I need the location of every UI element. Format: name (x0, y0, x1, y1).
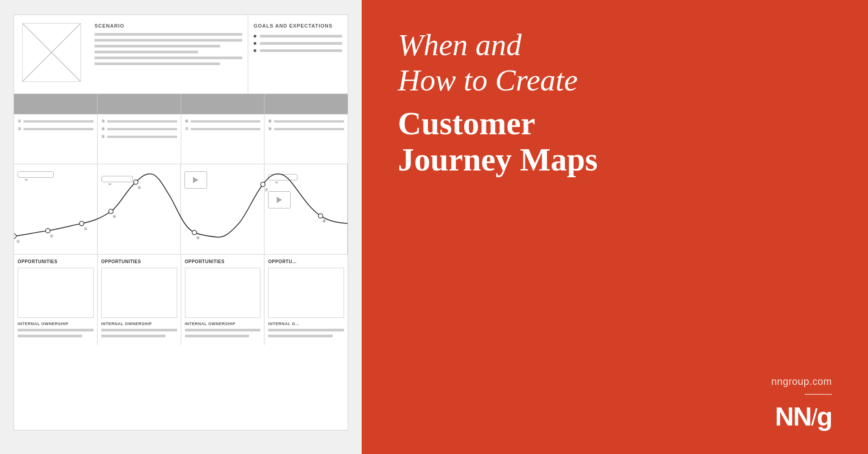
opp-internal-3: INTERNAL OWNERSHIP (185, 322, 261, 326)
opp-box-4 (268, 268, 344, 318)
opp-cell-1: OPPORTUNITIES INTERNAL OWNERSHIP (14, 255, 98, 345)
bottom-branding: nngroup.com NN/g (398, 376, 832, 431)
nn-text: NN (775, 402, 811, 431)
action-cell-1: ① ② (14, 114, 98, 164)
step-3: ③ (101, 119, 177, 123)
scenario-section: SCENARIO (89, 15, 248, 94)
play-icon-1 (193, 177, 198, 183)
opp-box-2 (101, 268, 177, 318)
opp-box-1 (18, 268, 94, 318)
headline-line1: When and (398, 27, 598, 62)
action-cell-2: ③ ④ ⑤ (98, 114, 181, 164)
divider-line (805, 394, 832, 395)
bullet-text (260, 35, 342, 38)
headline-bold2: Journey Maps (398, 142, 598, 178)
wireframe-stack: SCENARIO GOALS AND EXPECTATIONS (14, 14, 348, 440)
opp-internal-2: INTERNAL OWNERSHIP (101, 322, 177, 326)
bullet2 (254, 42, 342, 45)
step-7: ⑦ (185, 127, 261, 131)
left-panel: SCENARIO GOALS AND EXPECTATIONS (0, 0, 362, 454)
goals-title: GOALS AND EXPECTATIONS (254, 23, 342, 28)
action-cell-3: ⑥ ⑦ (181, 114, 265, 164)
headline: When and How to Create Customer Journey … (398, 27, 598, 376)
line6 (94, 62, 220, 65)
line5 (94, 57, 242, 59)
step-8: ⑧ (268, 119, 344, 123)
top-row: SCENARIO GOALS AND EXPECTATIONS (14, 15, 348, 94)
play-icon-2 (277, 197, 282, 203)
opp-cell-4: OPPORTU... INTERNAL O... (264, 255, 348, 345)
opp-internal-4: INTERNAL O... (268, 322, 344, 326)
bullet-text (260, 42, 342, 45)
g-text: g (817, 402, 832, 431)
scenario-title: SCENARIO (94, 23, 242, 28)
bullet-text (260, 49, 342, 52)
opportunities-row: OPPORTUNITIES INTERNAL OWNERSHIP OPPORTU… (14, 255, 348, 345)
image-placeholder (22, 23, 81, 82)
bullet-dot (254, 42, 256, 45)
step-5: ⑤ (101, 134, 177, 139)
line4 (94, 51, 198, 53)
opp-internal-1: INTERNAL OWNERSHIP (18, 322, 94, 326)
opp-cell-2: OPPORTUNITIES INTERNAL OWNERSHIP (98, 255, 181, 345)
emotion-cell-4 (264, 164, 348, 254)
line2 (94, 39, 242, 42)
emotion-cell-2 (98, 164, 181, 254)
slash: / (811, 404, 816, 430)
phase-cell-3 (181, 94, 265, 114)
phase-cell-4 (264, 94, 348, 114)
opp-box-3 (185, 268, 261, 318)
line3 (94, 45, 220, 47)
opp-title-3: OPPORTUNITIES (185, 259, 261, 264)
speech-bubble-2 (101, 176, 133, 182)
emotion-cell-1 (14, 164, 98, 254)
action-cell-4: ⑧ ⑨ (264, 114, 348, 164)
phase-cell-1 (14, 94, 98, 114)
opp-title-2: OPPORTUNITIES (101, 259, 177, 264)
emotion-cell-3 (181, 164, 264, 254)
sheet-main: SCENARIO GOALS AND EXPECTATIONS (14, 14, 348, 430)
phase-row (14, 94, 348, 114)
step-9: ⑨ (268, 127, 344, 131)
headline-bold1: Customer (398, 106, 598, 142)
phase-cell-2 (98, 94, 181, 114)
opp-title-1: OPPORTUNITIES (18, 259, 94, 264)
line1 (94, 33, 242, 36)
bullet-dot (254, 49, 256, 52)
play-button-1[interactable] (184, 171, 207, 189)
bullet3 (254, 49, 342, 52)
headline-line2: How to Create (398, 62, 598, 98)
nngroup-url: nngroup.com (771, 376, 832, 388)
speech-bubble-1 (18, 171, 54, 178)
bullet-dot (254, 35, 256, 38)
play-button-2[interactable] (268, 191, 291, 208)
opp-cell-3: OPPORTUNITIES INTERNAL OWNERSHIP (181, 255, 265, 345)
step-4: ④ (101, 127, 177, 131)
goals-section: GOALS AND EXPECTATIONS (248, 15, 348, 94)
bullet1 (254, 35, 342, 38)
speech-bubble-3 (268, 174, 297, 180)
step-2: ② (18, 127, 94, 131)
nng-logo: NN/g (775, 401, 832, 431)
emotion-row: ① ② ③ ④ ⑤ ⑥ ⑦ ⑧ (14, 164, 348, 255)
actions-row: ① ② ③ ④ (14, 114, 348, 164)
step-1: ① (18, 119, 94, 123)
step-6: ⑥ (185, 119, 261, 123)
opp-title-4: OPPORTU... (268, 259, 344, 264)
right-panel: When and How to Create Customer Journey … (362, 0, 868, 454)
